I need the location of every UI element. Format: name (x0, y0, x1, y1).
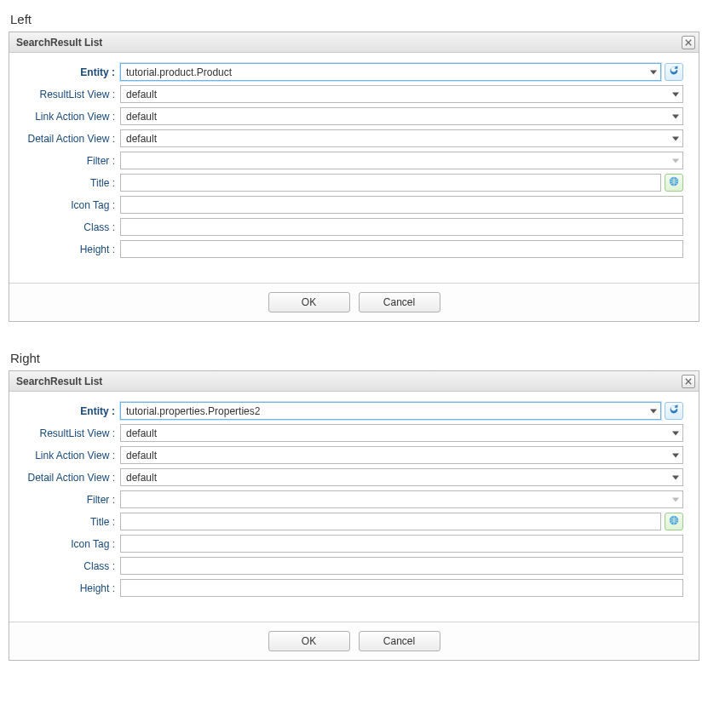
link-action-view-select[interactable]: default (120, 107, 683, 125)
label-title: Title : (25, 516, 120, 528)
height-input[interactable] (120, 579, 683, 597)
entity-value: tutorial.product.Product (126, 66, 232, 78)
label-title: Title : (25, 177, 120, 189)
entity-value: tutorial.properties.Properties2 (126, 405, 260, 417)
row-height: Height : (25, 579, 683, 597)
chevron-down-icon (650, 409, 657, 413)
section-title-left: Left (10, 12, 699, 26)
label-filter: Filter : (25, 494, 120, 506)
chevron-down-icon (650, 70, 657, 74)
ok-button[interactable]: OK (268, 292, 350, 312)
detail-action-view-select[interactable]: default (120, 129, 683, 147)
link-action-view-select[interactable]: default (120, 446, 683, 464)
detail-action-view-select[interactable]: default (120, 468, 683, 486)
refresh-button[interactable] (665, 63, 683, 81)
row-link-action-view: Link Action View : default (25, 446, 683, 464)
filter-select[interactable] (120, 490, 683, 508)
row-detail-action-view: Detail Action View : default (25, 129, 683, 147)
chevron-down-icon (672, 136, 679, 140)
label-class: Class : (25, 560, 120, 572)
row-resultlist-view: ResultList View : default (25, 424, 683, 442)
row-height: Height : (25, 240, 683, 258)
row-title: Title : (25, 174, 683, 192)
label-link-action-view: Link Action View : (25, 450, 120, 461)
resultlist-view-select[interactable]: default (120, 85, 683, 103)
row-link-action-view: Link Action View : default (25, 107, 683, 125)
resultlist-view-value: default (126, 427, 157, 439)
chevron-down-icon (672, 92, 679, 96)
label-icon-tag: Icon Tag : (25, 538, 120, 550)
row-title: Title : (25, 513, 683, 530)
chevron-down-icon (672, 453, 679, 457)
detail-action-view-value: default (126, 133, 157, 145)
row-entity: Entity : tutorial.properties.Properties2 (25, 402, 683, 420)
class-input[interactable] (120, 218, 683, 236)
row-class: Class : (25, 557, 683, 575)
label-link-action-view: Link Action View : (25, 111, 120, 123)
row-filter: Filter : (25, 490, 683, 508)
detail-action-view-value: default (126, 472, 157, 484)
title-input[interactable] (120, 174, 661, 192)
cancel-button[interactable]: Cancel (359, 631, 440, 651)
row-icon-tag: Icon Tag : (25, 535, 683, 553)
title-input[interactable] (120, 513, 661, 530)
panel-title-left: SearchResult List (16, 37, 102, 49)
row-class: Class : (25, 218, 683, 236)
section-title-right: Right (10, 351, 699, 365)
panel-title-right: SearchResult List (16, 375, 102, 387)
link-action-view-value: default (126, 450, 157, 461)
row-resultlist-view: ResultList View : default (25, 85, 683, 103)
label-resultlist-view: ResultList View : (25, 89, 120, 100)
globe-icon (668, 175, 680, 190)
close-icon (685, 37, 692, 49)
refresh-icon (668, 65, 680, 79)
label-filter: Filter : (25, 155, 120, 167)
close-button[interactable] (682, 36, 695, 49)
chevron-down-icon (672, 114, 679, 118)
close-button[interactable] (682, 375, 695, 388)
label-height: Height : (25, 244, 120, 255)
panel-left: SearchResult List Entity : tutorial.prod… (9, 32, 699, 322)
refresh-button[interactable] (665, 402, 683, 420)
localize-button[interactable] (665, 174, 683, 192)
label-detail-action-view: Detail Action View : (25, 133, 120, 145)
entity-select[interactable]: tutorial.properties.Properties2 (120, 402, 661, 420)
panel-footer-left: OK Cancel (9, 283, 699, 321)
row-entity: Entity : tutorial.product.Product (25, 63, 683, 81)
refresh-icon (668, 404, 680, 418)
row-icon-tag: Icon Tag : (25, 196, 683, 214)
label-class: Class : (25, 221, 120, 233)
filter-select[interactable] (120, 152, 683, 169)
height-input[interactable] (120, 240, 683, 258)
panel-right: SearchResult List Entity : tutorial.prop… (9, 370, 699, 661)
label-resultlist-view: ResultList View : (25, 427, 120, 439)
row-detail-action-view: Detail Action View : default (25, 468, 683, 486)
label-icon-tag: Icon Tag : (25, 199, 120, 211)
icon-tag-input[interactable] (120, 196, 683, 214)
panel-header-right: SearchResult List (9, 371, 699, 392)
label-entity: Entity : (25, 66, 120, 78)
localize-button[interactable] (665, 513, 683, 530)
class-input[interactable] (120, 557, 683, 575)
label-detail-action-view: Detail Action View : (25, 472, 120, 484)
icon-tag-input[interactable] (120, 535, 683, 553)
link-action-view-value: default (126, 111, 157, 123)
cancel-button[interactable]: Cancel (359, 292, 440, 312)
row-filter: Filter : (25, 152, 683, 169)
ok-button[interactable]: OK (268, 631, 350, 651)
panel-body-right: Entity : tutorial.properties.Properties2… (9, 392, 699, 622)
label-entity: Entity : (25, 405, 120, 417)
label-height: Height : (25, 582, 120, 594)
panel-footer-right: OK Cancel (9, 622, 699, 660)
close-icon (685, 375, 692, 387)
panel-header-left: SearchResult List (9, 32, 699, 53)
resultlist-view-value: default (126, 89, 157, 100)
chevron-down-icon (672, 158, 679, 163)
entity-select[interactable]: tutorial.product.Product (120, 63, 661, 81)
chevron-down-icon (672, 431, 679, 435)
globe-icon (668, 514, 680, 529)
chevron-down-icon (672, 497, 679, 502)
resultlist-view-select[interactable]: default (120, 424, 683, 442)
panel-body-left: Entity : tutorial.product.Product Result… (9, 53, 699, 283)
chevron-down-icon (672, 475, 679, 479)
